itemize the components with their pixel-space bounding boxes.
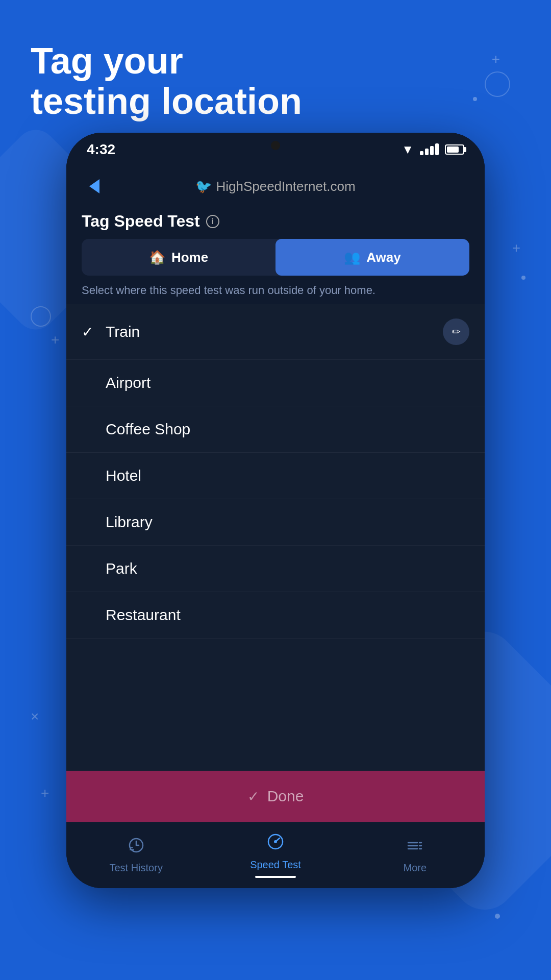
list-item[interactable]: ✓ Train ✏ xyxy=(66,304,485,360)
tab-away[interactable]: 👥 Away xyxy=(276,239,469,276)
tab-container: 🏠 Home 👥 Away xyxy=(82,239,469,276)
nav-item-more[interactable]: More xyxy=(345,837,485,874)
page-title-row: Tag Speed Test i xyxy=(66,207,485,239)
status-time: 4:32 xyxy=(87,141,115,158)
list-item[interactable]: ✓ Hotel xyxy=(66,453,485,499)
deco-circle-1 xyxy=(485,71,510,97)
battery-icon xyxy=(445,144,464,155)
deco-plus-5: + xyxy=(41,785,49,801)
deco-plus-3: + xyxy=(51,332,59,348)
location-subtitle: Select where this speed test was run out… xyxy=(66,284,485,304)
logo-brand: HighSpeedInternet xyxy=(216,179,327,194)
done-button[interactable]: ✓ Done xyxy=(66,771,485,822)
deco-circle-2 xyxy=(31,306,51,327)
speedometer-icon xyxy=(266,832,285,855)
headline-line1: Tag your xyxy=(31,41,302,81)
phone-screen: 4:32 ▼ xyxy=(66,133,485,888)
list-item[interactable]: ✓ Park xyxy=(66,546,485,592)
info-icon[interactable]: i xyxy=(206,215,219,228)
bottom-navigation: Test History Speed Test xyxy=(66,822,485,888)
deco-dot-2 xyxy=(521,276,525,280)
nav-label-test-history: Test History xyxy=(109,862,162,874)
nav-item-test-history[interactable]: Test History xyxy=(66,837,206,874)
done-button-label: Done xyxy=(267,788,304,805)
tab-row: 🏠 Home 👥 Away xyxy=(66,239,485,284)
home-tab-label: Home xyxy=(171,250,208,265)
list-item[interactable]: ✓ Library xyxy=(66,499,485,546)
nav-label-speed-test: Speed Test xyxy=(250,859,301,871)
camera-dot xyxy=(271,141,280,150)
headline-line2: testing location xyxy=(31,81,302,121)
location-label-train: Train xyxy=(106,323,443,340)
location-label-park: Park xyxy=(106,560,469,577)
logo-bird-icon: 🐦 xyxy=(195,179,212,194)
nav-active-indicator xyxy=(255,876,296,878)
location-label-library: Library xyxy=(106,513,469,531)
back-button[interactable] xyxy=(82,174,107,199)
nav-item-speed-test[interactable]: Speed Test xyxy=(206,832,345,878)
deco-plus-2: + xyxy=(512,240,520,256)
logo-text: HighSpeedInternet.com xyxy=(216,179,355,194)
phone-frame: 4:32 ▼ xyxy=(66,133,485,888)
edit-train-button[interactable]: ✏ xyxy=(443,318,469,345)
app-navbar: 🐦 HighSpeedInternet.com xyxy=(66,166,485,207)
list-item[interactable]: ✓ Coffee Shop xyxy=(66,406,485,453)
edit-icon: ✏ xyxy=(452,326,461,338)
deco-plus-1: + xyxy=(492,51,500,67)
wifi-icon: ▼ xyxy=(402,142,414,157)
svg-point-7 xyxy=(274,840,277,843)
list-item[interactable]: ✓ Airport xyxy=(66,360,485,406)
history-icon xyxy=(128,837,145,858)
check-icon: ✓ xyxy=(82,324,93,340)
deco-plus-4: × xyxy=(31,708,39,725)
location-label-restaurant: Restaurant xyxy=(106,606,469,624)
app-logo: 🐦 HighSpeedInternet.com xyxy=(107,179,444,194)
away-tab-label: Away xyxy=(366,250,400,265)
signal-icon xyxy=(420,143,439,155)
tab-home[interactable]: 🏠 Home xyxy=(82,239,276,276)
home-tab-icon: 🏠 xyxy=(149,250,165,265)
status-icons: ▼ xyxy=(402,142,464,157)
location-list: ✓ Train ✏ ✓ Airport ✓ Coffee Shop ✓ Hote… xyxy=(66,304,485,771)
away-tab-icon: 👥 xyxy=(344,250,360,265)
location-label-coffee-shop: Coffee Shop xyxy=(106,421,469,438)
more-icon xyxy=(406,837,423,858)
deco-dot-1 xyxy=(473,97,477,101)
hero-headline: Tag your testing location xyxy=(31,41,302,121)
list-item[interactable]: ✓ Restaurant xyxy=(66,592,485,639)
logo-suffix: .com xyxy=(327,179,355,194)
nav-label-more: More xyxy=(404,862,427,874)
back-arrow-icon xyxy=(89,179,99,193)
location-label-hotel: Hotel xyxy=(106,467,469,484)
page-title: Tag Speed Test i xyxy=(82,212,469,231)
location-label-airport: Airport xyxy=(106,374,469,391)
done-check-icon: ✓ xyxy=(247,788,259,805)
done-button-container: ✓ Done xyxy=(66,771,485,822)
page-title-text: Tag Speed Test xyxy=(82,212,200,231)
deco-dot-3 xyxy=(495,914,500,919)
